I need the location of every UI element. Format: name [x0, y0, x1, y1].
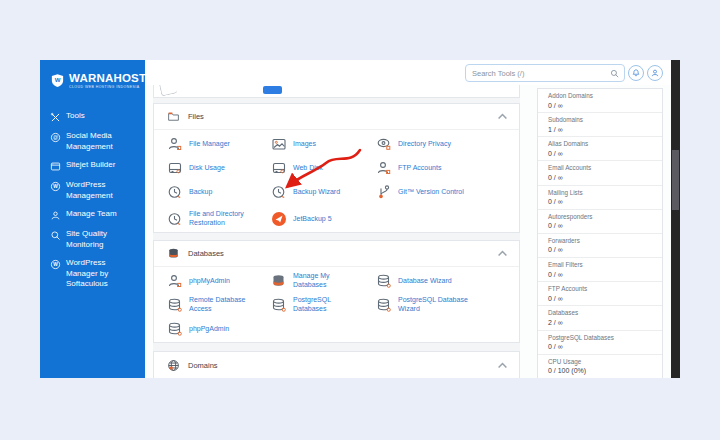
brand-logo[interactable]: W WARNAHOST CLOUD WEB HOSTING INDONESIA: [40, 60, 145, 89]
brand-tagline: CLOUD WEB HOSTING INDONESIA: [69, 85, 145, 89]
postgresql-icon: [271, 297, 287, 313]
sidebar-item-label: Manage Team: [66, 209, 117, 220]
tools-icon: [50, 112, 61, 123]
section-domains-header[interactable]: Domains: [154, 352, 519, 378]
app-link-label: Remote Database Access: [189, 296, 258, 314]
stat-value: 0 / ∞: [548, 102, 652, 109]
app-link-postgresql-database-wizard[interactable]: PostgreSQL Database Wizard: [363, 293, 519, 317]
section-domains: Domains: [153, 351, 520, 378]
section-databases-header[interactable]: Databases: [154, 241, 519, 267]
chevron-up-icon[interactable]: [496, 110, 509, 123]
stat-ftp-accounts: FTP Accounts 0 / ∞: [538, 282, 662, 306]
warnahost-shield-icon: W: [50, 73, 65, 88]
stat-databases: Databases 2 / ∞: [538, 306, 662, 330]
sidebar-item-wordpress-manager-softaculous[interactable]: WordPress Manager by Softaculous: [40, 254, 145, 294]
app-link-label: JetBackup 5: [293, 215, 332, 224]
app-link-label: Database Wizard: [398, 277, 452, 286]
app-link-disk-usage[interactable]: Disk Usage: [154, 156, 258, 180]
brand-name: WARNAHOST: [69, 72, 145, 84]
search-tools-box: [465, 64, 625, 82]
app-link-git-version-control[interactable]: Git™ Version Control: [363, 180, 519, 204]
search-icon: [610, 69, 619, 78]
sidebar-item-sitejet-builder[interactable]: Sitejet Builder: [40, 156, 145, 176]
app-link-jetbackup-5[interactable]: JetBackup 5: [258, 204, 363, 234]
partial-scrolled-card: [153, 85, 520, 98]
app-link-phpmyadmin[interactable]: phpMyAdmin: [154, 269, 258, 293]
app-link-images[interactable]: Images: [258, 132, 363, 156]
stat-value: 0 / ∞: [548, 198, 652, 205]
notifications-button[interactable]: [628, 65, 644, 81]
app-link-label: Manage My Databases: [293, 272, 363, 290]
app-link-postgresql-databases[interactable]: PostgreSQL Databases: [258, 293, 363, 317]
stat-alias-domains: Alias Domains 0 / ∞: [538, 137, 662, 161]
disk-usage-icon: [167, 160, 183, 176]
app-link-web-disk[interactable]: Web Disk: [258, 156, 363, 180]
stat-value: 0 / ∞: [548, 271, 652, 278]
stat-value: 0 / ∞: [548, 150, 652, 157]
sidebar-item-label: Sitejet Builder: [66, 160, 115, 171]
stat-subdomains: Subdomains 1 / ∞: [538, 113, 662, 137]
bell-icon: [631, 68, 641, 78]
scrollbar-thumb[interactable]: [672, 150, 679, 210]
chevron-up-icon[interactable]: [496, 247, 509, 260]
stat-cpu-usage: CPU Usage 0 / 100 (0%): [538, 355, 662, 378]
sidebar-item-social-media-management[interactable]: Social Media Management: [40, 127, 145, 156]
social-media-icon: [50, 132, 61, 143]
stat-value: 0 / 100 (0%): [548, 367, 652, 374]
app-link-manage-my-databases[interactable]: Manage My Databases: [258, 269, 363, 293]
search-input[interactable]: [472, 69, 610, 78]
stat-mailing-lists: Mailing Lists 0 / ∞: [538, 186, 662, 210]
images-icon: [271, 136, 287, 152]
sidebar-item-wordpress-management[interactable]: WordPress Management: [40, 176, 145, 205]
sidebar-menu: Tools Social Media Management Sitejet Bu…: [40, 107, 145, 294]
stat-value: 0 / ∞: [548, 222, 652, 229]
app-link-label: Images: [293, 140, 316, 149]
app-link-label: PostgreSQL Databases: [293, 296, 363, 314]
app-link-directory-privacy[interactable]: Directory Privacy: [363, 132, 519, 156]
section-title: Files: [188, 112, 488, 121]
vertical-scrollbar[interactable]: [671, 60, 680, 378]
app-link-database-wizard[interactable]: Database Wizard: [363, 269, 519, 293]
app-link-backup[interactable]: Backup: [154, 180, 258, 204]
app-link-phppgadmin[interactable]: phpPgAdmin: [154, 317, 258, 341]
app-link-remote-database-access[interactable]: Remote Database Access: [154, 293, 258, 317]
stat-label: Autoresponders: [548, 213, 652, 220]
stat-label: FTP Accounts: [548, 285, 652, 292]
partial-icon: [159, 85, 178, 97]
app-link-backup-wizard[interactable]: Backup Wizard: [258, 180, 363, 204]
app-link-label: phpMyAdmin: [189, 277, 230, 286]
stat-email-accounts: Email Accounts 0 / ∞: [538, 161, 662, 185]
cpanel-window: W WARNAHOST CLOUD WEB HOSTING INDONESIA …: [40, 60, 680, 378]
backup-wizard-icon: [271, 184, 287, 200]
app-link-ftp-accounts[interactable]: FTP Accounts: [363, 156, 519, 180]
stat-label: Email Accounts: [548, 164, 652, 171]
sidebar-item-site-quality-monitoring[interactable]: Site Quality Monitoring: [40, 225, 145, 254]
postgresql-wizard-icon: [376, 297, 392, 313]
file-manager-icon: [167, 136, 183, 152]
git-icon: [376, 184, 392, 200]
stat-value: 1 / ∞: [548, 126, 652, 133]
stat-label: Email Filters: [548, 261, 652, 268]
stat-value: 0 / ∞: [548, 295, 652, 302]
ftp-accounts-icon: [376, 160, 392, 176]
app-link-file-and-directory-restoration[interactable]: File and Directory Restoration: [154, 204, 258, 234]
account-button[interactable]: [647, 65, 663, 81]
app-link-label: Directory Privacy: [398, 140, 451, 149]
stat-label: PostgreSQL Databases: [548, 334, 652, 341]
database-wizard-icon: [376, 273, 392, 289]
sidebar-item-manage-team[interactable]: Manage Team: [40, 205, 145, 225]
app-link-label: Disk Usage: [189, 164, 225, 173]
chevron-up-icon[interactable]: [496, 359, 509, 372]
page: W WARNAHOST CLOUD WEB HOSTING INDONESIA …: [0, 0, 720, 440]
stat-value: 0 / ∞: [548, 174, 652, 181]
wordpress-icon: [50, 259, 61, 270]
sidebar-item-label: Social Media Management: [66, 131, 139, 152]
app-link-file-manager[interactable]: File Manager: [154, 132, 258, 156]
section-files-header[interactable]: Files: [154, 104, 519, 130]
phppgadmin-icon: [167, 321, 183, 337]
partial-blue-button[interactable]: [263, 86, 282, 94]
stat-label: Mailing Lists: [548, 189, 652, 196]
app-link-label: File Manager: [189, 140, 230, 149]
sidebar-item-tools[interactable]: Tools: [40, 107, 145, 127]
stat-value: 0 / ∞: [548, 246, 652, 253]
